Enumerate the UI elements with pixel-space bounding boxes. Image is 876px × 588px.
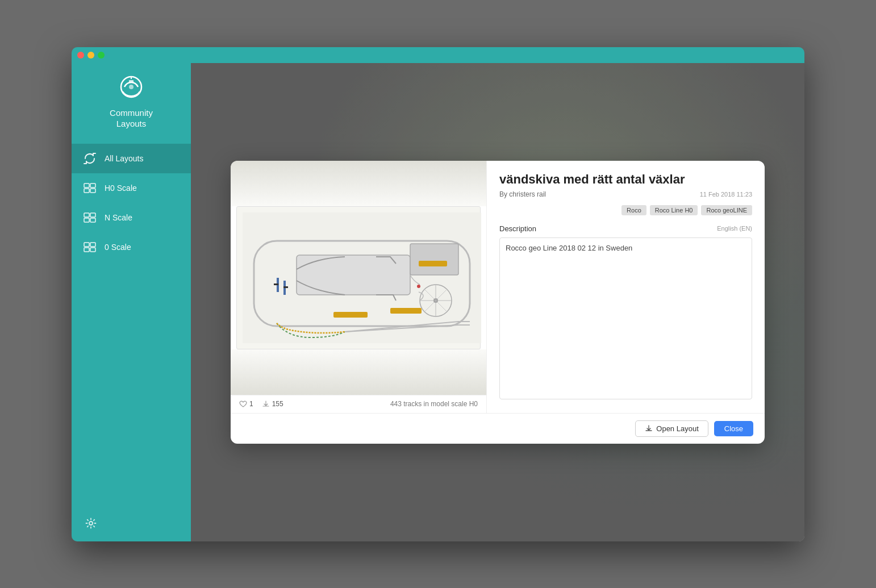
svg-rect-1 bbox=[129, 80, 134, 83]
likes-count: 1 bbox=[249, 400, 253, 408]
app-window: Community Layouts All Layouts bbox=[72, 47, 804, 541]
svg-rect-8 bbox=[84, 213, 89, 217]
svg-rect-5 bbox=[90, 184, 95, 187]
description-label: Description bbox=[499, 224, 536, 233]
modal-detail-section: vändskiva med rätt antal växlar By chris… bbox=[486, 161, 765, 413]
svg-point-3 bbox=[129, 85, 134, 89]
tracks-info: 443 tracks in model scale H0 bbox=[390, 400, 478, 408]
image-bottom-blur bbox=[231, 349, 486, 395]
svg-rect-28 bbox=[390, 308, 422, 314]
layout-diagram bbox=[236, 206, 481, 349]
minimize-traffic-light[interactable] bbox=[87, 52, 94, 59]
app-body: Community Layouts All Layouts bbox=[72, 63, 804, 541]
gear-icon bbox=[85, 518, 97, 529]
svg-rect-29 bbox=[419, 261, 447, 266]
modal-body: 1 155 443 tracks in model scale H0 bbox=[231, 161, 765, 413]
sidebar-item-label-h0-scale: H0 Scale bbox=[105, 184, 137, 193]
download-icon-btn bbox=[645, 424, 653, 432]
sidebar: Community Layouts All Layouts bbox=[72, 63, 191, 541]
sidebar-logo: Community Layouts bbox=[72, 63, 191, 144]
modal-image-section: 1 155 443 tracks in model scale H0 bbox=[231, 161, 486, 413]
layout-icon-0 bbox=[83, 240, 97, 254]
close-button[interactable]: Close bbox=[714, 421, 753, 436]
sidebar-item-h0-scale[interactable]: H0 Scale bbox=[72, 173, 191, 203]
layout-icon-n bbox=[83, 211, 97, 224]
track-diagram-svg bbox=[243, 212, 481, 343]
likes-stat: 1 bbox=[239, 400, 253, 408]
image-top-blur bbox=[231, 161, 486, 206]
settings-button[interactable] bbox=[83, 515, 99, 533]
title-bar bbox=[72, 47, 804, 63]
sidebar-item-n-scale[interactable]: N Scale bbox=[72, 203, 191, 232]
description-lang: English (EN) bbox=[717, 225, 752, 232]
heart-icon bbox=[239, 400, 247, 408]
description-section: Description English (EN) bbox=[499, 224, 752, 402]
layout-icon-h0 bbox=[83, 181, 97, 195]
sidebar-item-label-n-scale: N Scale bbox=[105, 213, 132, 222]
description-header: Description English (EN) bbox=[499, 224, 752, 233]
main-content: 1 155 443 tracks in model scale H0 bbox=[191, 63, 804, 541]
modal-stats: 1 155 443 tracks in model scale H0 bbox=[231, 395, 486, 412]
downloads-stat: 155 bbox=[262, 400, 283, 408]
svg-point-16 bbox=[89, 522, 93, 525]
refresh-icon bbox=[83, 152, 97, 165]
svg-rect-10 bbox=[84, 218, 89, 222]
svg-rect-9 bbox=[90, 213, 95, 217]
layout-title: vändskiva med rätt antal växlar bbox=[499, 172, 752, 187]
svg-rect-27 bbox=[333, 312, 368, 318]
sidebar-footer bbox=[72, 507, 191, 541]
tag-roco: Roco bbox=[621, 205, 646, 215]
sidebar-item-label-all-layouts: All Layouts bbox=[105, 154, 143, 163]
tag-roco-geoline: Roco geoLINE bbox=[701, 205, 752, 215]
svg-rect-4 bbox=[84, 184, 89, 187]
svg-rect-20 bbox=[410, 244, 458, 275]
sidebar-item-label-0-scale: 0 Scale bbox=[105, 243, 131, 252]
tag-roco-line: Roco Line H0 bbox=[650, 205, 698, 215]
svg-rect-11 bbox=[90, 218, 95, 222]
svg-rect-7 bbox=[90, 189, 95, 193]
downloads-count: 155 bbox=[272, 400, 283, 408]
maximize-traffic-light[interactable] bbox=[98, 52, 105, 59]
svg-point-34 bbox=[417, 285, 420, 288]
sidebar-item-0-scale[interactable]: 0 Scale bbox=[72, 232, 191, 262]
sidebar-item-all-layouts[interactable]: All Layouts bbox=[72, 144, 191, 173]
layout-detail-modal: 1 155 443 tracks in model scale H0 bbox=[231, 161, 765, 444]
author-name: christers rail bbox=[509, 190, 546, 198]
sidebar-nav: All Layouts H0 Scale bbox=[72, 144, 191, 507]
description-textarea[interactable] bbox=[499, 237, 752, 399]
svg-rect-33 bbox=[274, 283, 278, 285]
svg-rect-12 bbox=[84, 243, 89, 247]
svg-rect-14 bbox=[84, 248, 89, 252]
layout-author: By christers rail bbox=[499, 190, 546, 198]
layout-date: 11 Feb 2018 11:23 bbox=[700, 191, 752, 198]
svg-rect-6 bbox=[84, 189, 89, 193]
logo-icon bbox=[114, 74, 148, 103]
layout-meta: By christers rail 11 Feb 2018 11:23 bbox=[499, 190, 752, 198]
layout-tags: Roco Roco Line H0 Roco geoLINE bbox=[499, 205, 752, 215]
svg-rect-31 bbox=[283, 286, 288, 288]
close-traffic-light[interactable] bbox=[77, 52, 84, 59]
modal-overlay: 1 155 443 tracks in model scale H0 bbox=[191, 63, 804, 541]
svg-rect-13 bbox=[90, 243, 95, 247]
svg-rect-15 bbox=[90, 248, 95, 252]
sidebar-title: Community Layouts bbox=[110, 107, 153, 130]
open-layout-button[interactable]: Open Layout bbox=[635, 420, 708, 437]
download-icon bbox=[262, 400, 270, 408]
traffic-lights bbox=[77, 52, 105, 59]
modal-footer: Open Layout Close bbox=[231, 413, 765, 444]
